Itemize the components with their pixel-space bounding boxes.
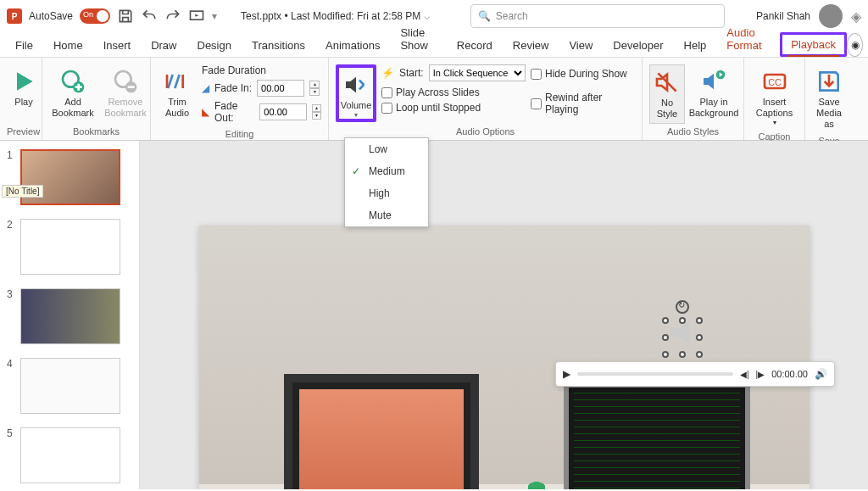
insert-captions-button[interactable]: CCInsert Captions▾ [751,64,798,130]
svg-rect-5 [166,75,169,88]
slide-thumbnail-4[interactable] [20,358,120,414]
group-audio-options: Audio Options [336,125,635,138]
play-background-button[interactable]: Play in Background [690,64,737,122]
volume-low[interactable]: Low [345,138,428,160]
save-icon[interactable] [117,8,134,25]
autosave-toggle[interactable] [80,8,110,24]
media-skip-back[interactable]: ◀| [740,370,749,379]
rewind-checkbox[interactable] [531,98,542,109]
rotate-handle[interactable] [676,300,689,314]
tab-file[interactable]: File [5,34,43,57]
start-bolt-icon: ⚡ [381,67,394,79]
tab-design[interactable]: Design [187,34,242,57]
slide-thumbnail-3[interactable] [20,288,120,344]
loop-label: Loop until Stopped [396,102,481,114]
rewind-label: Rewind after Playing [545,92,635,115]
bookmark-remove-icon [112,68,139,95]
volume-high[interactable]: High [345,182,428,204]
media-volume-icon[interactable]: 🔊 [815,368,827,380]
search-input[interactable]: 🔍 Search [470,4,725,28]
tab-view[interactable]: View [559,34,603,57]
tab-insert[interactable]: Insert [93,34,142,57]
resize-handle[interactable] [696,317,703,324]
resize-handle[interactable] [679,351,686,358]
resize-handle[interactable] [662,334,669,341]
media-player-bar: ▶ ◀| |▶ 00:00.00 🔊 [555,361,835,387]
add-bookmark-button[interactable]: Add Bookmark [49,64,97,122]
tab-audio-format[interactable]: Audio Format [716,21,780,57]
tab-record[interactable]: Record [447,34,503,57]
ribbon: Play Preview Add Bookmark Remove Bookmar… [0,58,868,141]
slide-number: 3 [7,288,15,344]
fade-out-label: Fade Out: [214,100,254,124]
media-track[interactable] [577,372,733,376]
play-preview-button[interactable]: Play [7,64,41,111]
fade-in-label: Fade In: [214,82,252,94]
slide-canvas[interactable]: ✥ ▶ ◀| |▶ 00:00.00 🔊 [140,141,868,489]
resize-handle[interactable] [696,351,703,358]
trim-icon [164,68,191,95]
tab-review[interactable]: Review [503,34,559,57]
start-select[interactable]: In Click Sequence [429,64,526,81]
play-across-label: Play Across Slides [396,86,480,98]
diamond-icon[interactable]: ◈ [851,8,861,25]
slide-number: 2 [7,219,15,275]
save-media-button[interactable]: Save Media as [812,64,846,134]
audio-object[interactable]: ✥ [665,300,699,354]
tab-developer[interactable]: Developer [603,34,673,57]
resize-handle[interactable] [662,317,669,324]
volume-button[interactable]: Volume▾ [336,64,376,122]
slide-number: 5 [7,427,15,483]
present-mode-button[interactable]: ◉ [847,33,863,57]
search-icon: 🔍 [478,10,491,22]
present-icon[interactable] [188,8,205,25]
media-time: 00:00.00 [771,369,808,379]
loop-checkbox[interactable] [381,103,392,114]
fade-out-icon: ◣ [202,106,209,118]
hide-during-show-checkbox[interactable] [531,69,542,80]
speaker-icon [670,321,694,344]
volume-icon [342,71,370,98]
slide-thumbnail-5[interactable] [20,427,120,483]
slide-thumbnail-2[interactable] [20,219,120,275]
tab-transitions[interactable]: Transitions [242,34,315,57]
volume-menu: Low Medium High Mute [344,137,429,227]
fade-in-input[interactable] [257,80,304,97]
tab-animations[interactable]: Animations [315,34,390,57]
tab-slideshow[interactable]: Slide Show [390,21,446,57]
media-play-button[interactable]: ▶ [563,368,570,380]
media-skip-fwd[interactable]: |▶ [756,370,765,379]
tab-draw[interactable]: Draw [141,34,186,57]
fade-out-input[interactable] [259,103,307,120]
play-bg-icon [700,68,727,95]
volume-medium[interactable]: Medium [345,160,428,182]
resize-handle[interactable] [696,334,703,341]
fade-out-spinner[interactable]: ▴▾ [312,104,321,120]
group-editing: Editing [158,127,321,141]
no-title-tooltip: [No Title] [2,185,43,198]
avatar[interactable] [819,4,843,28]
resize-handle[interactable] [679,317,686,324]
svg-text:CC: CC [768,77,782,87]
user-name[interactable]: Pankil Shah [756,10,810,22]
play-across-checkbox[interactable] [381,87,392,98]
current-slide [199,226,810,489]
powerpoint-icon: P [7,8,22,24]
tab-help[interactable]: Help [674,34,717,57]
slide-number: 4 [7,358,15,414]
record-dot-icon: ◉ [851,39,860,51]
trim-audio-button[interactable]: Trim Audio [158,64,197,122]
volume-mute[interactable]: Mute [345,204,428,226]
tab-home[interactable]: Home [43,34,93,57]
tab-playback[interactable]: Playback [780,32,847,57]
svg-rect-6 [181,75,184,88]
hide-label: Hide During Show [545,68,627,80]
start-label: Start: [399,67,424,79]
no-style-icon [654,69,681,96]
undo-icon[interactable] [141,8,158,25]
resize-handle[interactable] [662,351,669,358]
no-style-button[interactable]: No Style [649,64,685,124]
redo-icon[interactable] [164,8,181,25]
save-media-icon [815,68,843,95]
fade-in-spinner[interactable]: ▴▾ [309,81,320,96]
